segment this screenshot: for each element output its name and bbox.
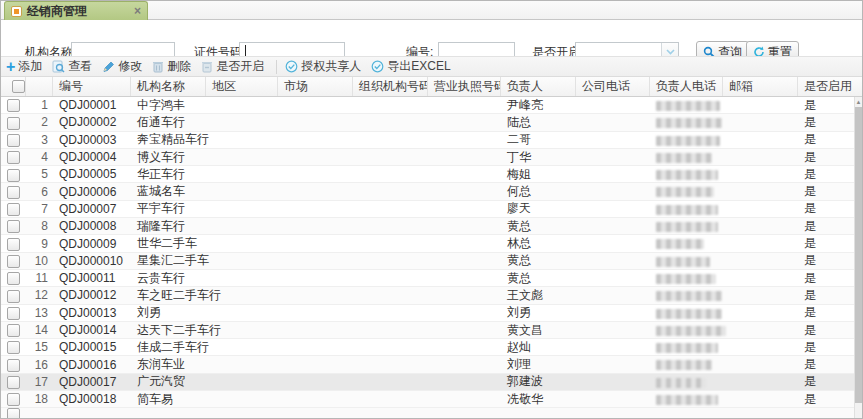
row-checkbox-cell (1, 98, 26, 112)
table-row[interactable]: 7QDJ00007平宇车行廖天是 (1, 201, 856, 218)
censored-phone (656, 118, 722, 128)
row-checkbox[interactable] (7, 238, 20, 251)
grid-toolbar: + 添加 查看 修改 删除 是否开启 授权共享人 导出EXCEL (1, 56, 862, 77)
row-checkbox[interactable] (7, 341, 20, 354)
table-row[interactable]: 8QDJ00008瑞隆车行黄总是 (1, 218, 856, 235)
header-market[interactable]: 市场 (278, 77, 353, 96)
row-number: 7 (26, 202, 53, 216)
row-checkbox[interactable] (7, 359, 20, 372)
row-checkbox[interactable] (7, 151, 20, 164)
row-checkbox[interactable] (7, 376, 20, 389)
cell-manager-phone (650, 167, 723, 181)
censored-phone (656, 187, 714, 197)
censored-phone (656, 170, 718, 180)
row-checkbox-cell (1, 271, 26, 285)
row-checkbox[interactable] (7, 203, 20, 216)
row-checkbox-cell (1, 340, 26, 354)
vertical-scrollbar[interactable]: ▲ (854, 97, 862, 419)
table-row[interactable]: 16QDJ00016东润车业刘理是 (1, 356, 856, 373)
header-region[interactable]: 地区 (206, 77, 278, 96)
scrollbar-thumb[interactable] (855, 107, 862, 403)
cell-manager-phone (650, 150, 723, 164)
cell-manager: 陆总 (501, 114, 576, 131)
row-checkbox[interactable] (7, 272, 20, 285)
cell-code: QDJ00016 (53, 358, 131, 372)
censored-phone (656, 274, 716, 284)
cell-manager: 赵灿 (501, 339, 576, 356)
row-checkbox[interactable] (7, 99, 20, 112)
table-row[interactable]: 17QDJ00017广元汽贸郭建波是 (1, 374, 856, 391)
table-row[interactable]: 12QDJ00012车之旺二手车行王文彪是 (1, 287, 856, 304)
table-row[interactable]: 14QDJ00014达天下二手车行黄文昌是 (1, 322, 856, 339)
row-checkbox[interactable] (7, 307, 20, 320)
row-checkbox-cell (1, 150, 26, 164)
export-excel-button[interactable]: 导出EXCEL (371, 58, 450, 75)
table-row[interactable]: 6QDJ00006蓝城名车何总是 (1, 183, 856, 200)
toggle-enabled-button[interactable]: 是否开启 (201, 58, 264, 75)
table-row[interactable]: 11QDJ00011云贵车行黄总是 (1, 270, 856, 287)
tab-dealer-management[interactable]: 经销商管理 × (4, 1, 148, 20)
row-number: 4 (26, 150, 53, 164)
header-company-phone[interactable]: 公司电话 (576, 77, 650, 96)
row-checkbox[interactable] (7, 169, 20, 182)
header-manager-phone[interactable]: 负责人电话 (650, 77, 723, 96)
table-row[interactable]: 1QDJ00001中字鸿丰尹峰亮是 (1, 97, 856, 114)
cell-enabled: 是 (798, 373, 856, 390)
row-checkbox[interactable] (7, 220, 20, 233)
cell-enabled: 是 (798, 183, 856, 200)
grid-body: 1QDJ00001中字鸿丰尹峰亮是2QDJ00002佰通车行陆总是3QDJ000… (1, 97, 856, 419)
header-manager[interactable]: 负责人 (501, 77, 576, 96)
row-checkbox[interactable] (7, 134, 20, 147)
table-row[interactable]: 4QDJ00004博义车行丁华是 (1, 149, 856, 166)
table-row[interactable]: 5QDJ00005华正车行梅姐是 (1, 166, 856, 183)
cell-name: 车之旺二手车行 (131, 287, 206, 304)
check-circle-icon (285, 60, 298, 73)
row-checkbox[interactable] (7, 324, 20, 337)
row-checkbox[interactable] (7, 393, 20, 406)
toolbar-divider (276, 60, 277, 74)
authorize-share-button[interactable]: 授权共享人 (285, 58, 361, 75)
row-checkbox (7, 408, 20, 419)
table-row[interactable]: 13QDJ00013刘勇刘勇是 (1, 305, 856, 322)
header-enabled[interactable]: 是否启用 (798, 77, 862, 96)
close-icon[interactable]: × (134, 5, 141, 17)
row-checkbox[interactable] (7, 117, 20, 130)
table-row[interactable]: 3QDJ00003奔宝精品车行二哥是 (1, 132, 856, 149)
row-checkbox[interactable] (7, 290, 20, 303)
row-checkbox-cell (1, 219, 26, 233)
header-name[interactable]: 机构名称 (131, 77, 206, 96)
select-all-checkbox[interactable] (12, 80, 25, 93)
table-row[interactable]: 9QDJ00009世华二手车林总是 (1, 235, 856, 252)
cell-manager: 二哥 (501, 131, 576, 148)
cell-enabled: 是 (798, 218, 856, 235)
cell-manager-phone (650, 358, 723, 372)
row-checkbox[interactable] (7, 255, 20, 268)
header-license[interactable]: 营业执照号码 (428, 77, 501, 96)
add-button[interactable]: + 添加 (6, 58, 42, 75)
table-row[interactable]: 18QDJ00018简车易冼敬华是 (1, 391, 856, 408)
cell-enabled: 是 (798, 97, 856, 114)
delete-button[interactable]: 删除 (152, 58, 191, 75)
cell-enabled: 是 (798, 114, 856, 131)
header-email[interactable]: 邮箱 (723, 77, 798, 96)
table-row[interactable]: 10QDJ000010星集汇二手车黄总是 (1, 253, 856, 270)
row-checkbox[interactable] (7, 186, 20, 199)
table-row[interactable]: 15QDJ00015佳成二手车行赵灿是 (1, 339, 856, 356)
row-number: 5 (26, 167, 53, 181)
row-number: 16 (26, 358, 53, 372)
cell-enabled: 是 (798, 149, 856, 166)
row-checkbox-cell (1, 306, 26, 320)
edit-button-label: 修改 (118, 58, 142, 75)
cell-name: 佰通车行 (131, 114, 206, 131)
cell-manager-phone (650, 133, 723, 147)
edit-button[interactable]: 修改 (102, 58, 142, 75)
row-checkbox-cell (1, 357, 26, 371)
row-checkbox-cell (1, 184, 26, 198)
cell-manager: 黄总 (501, 218, 576, 235)
header-org-code[interactable]: 组织机构号码 (353, 77, 428, 96)
header-code[interactable]: 编号 (53, 77, 131, 96)
table-row[interactable]: 2QDJ00002佰通车行陆总是 (1, 114, 856, 131)
scroll-up-icon[interactable]: ▲ (855, 98, 862, 106)
view-button[interactable]: 查看 (52, 58, 92, 75)
cell-code: QDJ00018 (53, 392, 131, 406)
